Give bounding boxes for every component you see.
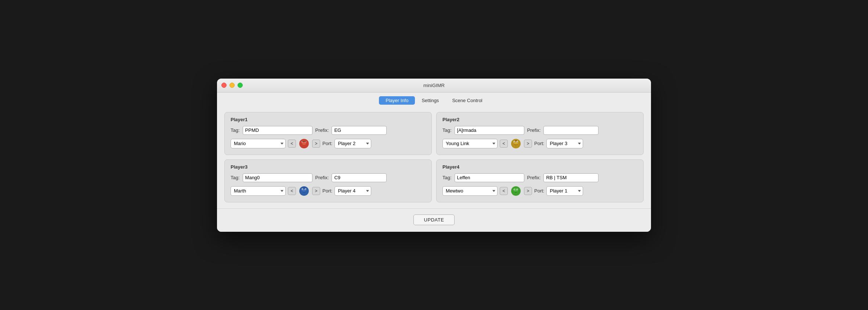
player3-next-btn[interactable]: >	[312, 187, 320, 195]
player1-prev-btn[interactable]: <	[288, 140, 296, 148]
svg-point-26	[514, 189, 515, 190]
svg-rect-14	[515, 140, 517, 141]
player4-next-btn[interactable]: >	[524, 187, 532, 195]
player3-title: Player3	[231, 164, 426, 170]
player4-port-wrapper: Player 1 Player 2 Player 3 Player 4	[546, 186, 583, 196]
player3-section: Player3 Tag: Prefix: Mario Young Link Ma…	[224, 159, 432, 202]
player1-next-btn[interactable]: >	[312, 140, 320, 148]
player4-row1: Tag: Prefix:	[442, 173, 637, 182]
player2-port-select[interactable]: Player 1 Player 2 Player 3 Player 4	[546, 139, 583, 148]
player3-port-wrapper: Player 1 Player 2 Player 3 Player 4	[334, 186, 371, 196]
player3-character-wrapper: Mario Young Link Marth Mewtwo	[231, 186, 286, 196]
player4-character-wrapper: Mario Young Link Marth Mewtwo	[442, 186, 498, 196]
tab-player-info[interactable]: Player Info	[379, 96, 415, 105]
player1-tag-input[interactable]	[243, 126, 312, 135]
player4-section: Player4 Tag: Prefix: Mario Young Link Ma…	[436, 159, 644, 202]
player1-character-wrapper: Mario Young Link Marth Mewtwo	[231, 139, 286, 148]
player3-port-label: Port:	[322, 188, 332, 194]
player2-row1: Tag: Prefix:	[442, 126, 637, 135]
player4-tag-input[interactable]	[455, 173, 524, 182]
svg-point-19	[303, 189, 303, 190]
player2-char-icon	[510, 138, 522, 149]
player1-row1: Tag: Prefix:	[231, 126, 426, 135]
player3-prefix-label: Prefix:	[315, 175, 329, 180]
svg-point-13	[517, 141, 518, 142]
player2-next-btn[interactable]: >	[524, 140, 532, 148]
player4-char-icon	[510, 185, 522, 197]
window-title: miniGIMR	[423, 83, 445, 88]
player2-port-wrapper: Player 1 Player 2 Player 3 Player 4	[546, 139, 583, 148]
player4-row2: Mario Young Link Marth Mewtwo <	[442, 185, 637, 197]
svg-point-12	[514, 141, 515, 142]
player2-tag-input[interactable]	[455, 126, 524, 135]
player2-character-select[interactable]: Mario Young Link Marth Mewtwo	[442, 139, 498, 148]
player2-row2: Mario Young Link Marth Mewtwo <	[442, 138, 637, 149]
svg-point-20	[305, 189, 306, 190]
close-button[interactable]	[221, 83, 227, 88]
app-window: miniGIMR Player Info Settings Scene Cont…	[217, 79, 651, 232]
player2-prev-btn[interactable]: <	[500, 140, 508, 148]
title-bar: miniGIMR	[217, 79, 651, 93]
player2-title: Player2	[442, 117, 637, 122]
player3-character-select[interactable]: Mario Young Link Marth Mewtwo	[231, 186, 286, 196]
content-area: Player1 Tag: Prefix: Mario Young Link Ma…	[217, 108, 651, 208]
player3-port-select[interactable]: Player 1 Player 2 Player 3 Player 4	[334, 186, 371, 196]
player1-port-wrapper: Player 1 Player 2 Player 3 Player 4	[334, 139, 371, 148]
tab-bar: Player Info Settings Scene Control	[217, 93, 651, 108]
player1-char-icon	[298, 138, 310, 149]
player1-section: Player1 Tag: Prefix: Mario Young Link Ma…	[224, 112, 432, 155]
player1-port-label: Port:	[322, 141, 332, 146]
update-button[interactable]: UPDATE	[413, 215, 455, 225]
svg-rect-7	[302, 141, 306, 142]
maximize-button[interactable]	[238, 83, 243, 88]
svg-rect-21	[303, 188, 305, 188]
player4-prefix-label: Prefix:	[527, 175, 541, 180]
player1-tag-label: Tag:	[231, 127, 240, 133]
player2-character-wrapper: Mario Young Link Marth Mewtwo	[442, 139, 498, 148]
player4-prefix-input[interactable]	[543, 173, 598, 182]
minimize-button[interactable]	[229, 83, 235, 88]
player1-prefix-label: Prefix:	[315, 127, 329, 133]
player3-prefix-input[interactable]	[332, 173, 387, 182]
player3-row2: Mario Young Link Marth Mewtwo <	[231, 185, 426, 197]
player1-title: Player1	[231, 117, 426, 122]
player4-port-label: Port:	[534, 188, 544, 194]
player3-prev-btn[interactable]: <	[288, 187, 296, 195]
player2-prefix-label: Prefix:	[527, 127, 541, 133]
player1-character-select[interactable]: Mario Young Link Marth Mewtwo	[231, 139, 286, 148]
svg-point-27	[517, 189, 518, 190]
player1-port-select[interactable]: Player 1 Player 2 Player 3 Player 4	[334, 139, 371, 148]
tab-settings[interactable]: Settings	[415, 96, 445, 105]
tab-scene-control[interactable]: Scene Control	[445, 96, 489, 105]
player4-port-select[interactable]: Player 1 Player 2 Player 3 Player 4	[546, 186, 583, 196]
svg-rect-6	[303, 144, 305, 145]
bottom-bar: UPDATE	[217, 208, 651, 232]
player2-tag-label: Tag:	[442, 127, 452, 133]
player3-tag-label: Tag:	[231, 175, 240, 180]
player3-row1: Tag: Prefix:	[231, 173, 426, 182]
player1-row2: Mario Young Link Marth Mewtwo <	[231, 138, 426, 149]
player4-character-select[interactable]: Mario Young Link Marth Mewtwo	[442, 186, 498, 196]
traffic-lights	[221, 83, 243, 88]
player2-prefix-input[interactable]	[543, 126, 598, 135]
player3-char-icon	[298, 185, 310, 197]
players-grid: Player1 Tag: Prefix: Mario Young Link Ma…	[224, 112, 644, 202]
player2-port-label: Port:	[534, 141, 544, 146]
player1-prefix-input[interactable]	[332, 126, 387, 135]
player4-tag-label: Tag:	[442, 175, 452, 180]
player3-tag-input[interactable]	[243, 173, 312, 182]
player2-section: Player2 Tag: Prefix: Mario Young Link Ma…	[436, 112, 644, 155]
player4-prev-btn[interactable]: <	[500, 187, 508, 195]
player4-title: Player4	[442, 164, 637, 170]
